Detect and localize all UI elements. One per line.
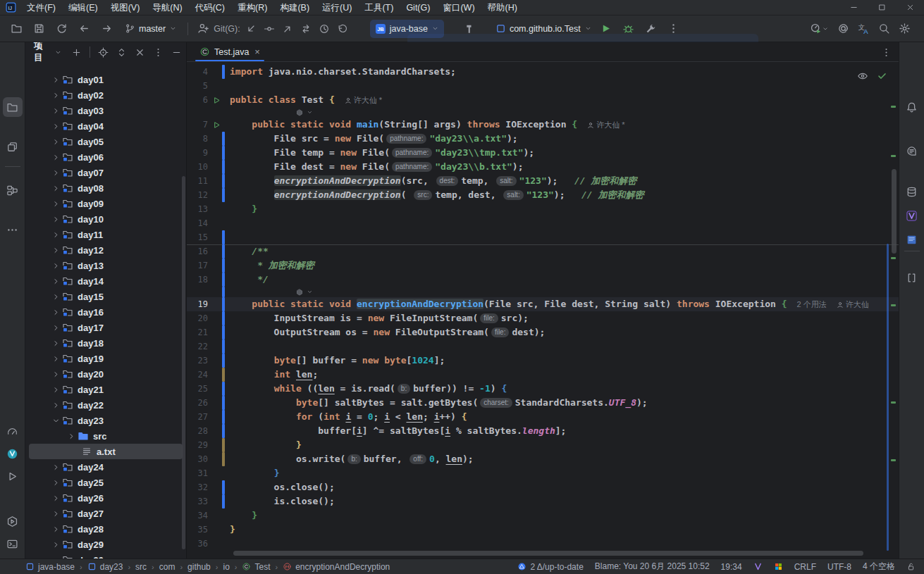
tree-item-day16[interactable]: day16 (29, 304, 183, 320)
tabbar-more-icon[interactable] (881, 46, 892, 58)
tree-item-day25[interactable]: day25 (29, 475, 183, 490)
editor-windows-toolwindow[interactable] (3, 137, 23, 156)
encoding-status[interactable]: UTF-8 (827, 562, 851, 572)
chevron-right-icon[interactable] (50, 401, 62, 410)
services-toolwindow[interactable] (3, 511, 23, 531)
tree-item-day26[interactable]: day26 (29, 490, 183, 506)
menu-item-9[interactable]: Git(G) (400, 0, 436, 15)
tree-item-day24[interactable]: day24 (29, 459, 183, 475)
tree-item-day15[interactable]: day15 (29, 289, 183, 304)
tree-scrollbar[interactable] (182, 176, 185, 549)
chevron-down-icon[interactable] (50, 416, 62, 425)
database-toolwindow[interactable] (902, 182, 922, 201)
forward-arrow-icon[interactable] (97, 20, 116, 38)
tree-item-day14[interactable]: day14 (29, 273, 183, 289)
tree-item-day02[interactable]: day02 (29, 87, 183, 103)
chevron-right-icon[interactable] (50, 339, 62, 348)
tree-item-day09[interactable]: day09 (29, 196, 183, 211)
menu-item-1[interactable]: 编辑(E) (62, 0, 104, 15)
tree-item-day13[interactable]: day13 (29, 258, 183, 273)
editor-area[interactable]: Test.java × 4import java.nio.charset.Sta… (187, 42, 899, 559)
eye-icon[interactable] (857, 69, 868, 82)
build-hammer-icon[interactable] (460, 20, 478, 38)
open-folder-icon[interactable] (7, 20, 25, 38)
tree-item-src[interactable]: src (29, 428, 183, 444)
menu-item-2[interactable]: 视图(V) (104, 0, 147, 15)
author-inlay[interactable]: 许大仙 (837, 300, 869, 308)
chevron-right-icon[interactable] (50, 122, 62, 131)
build-toolwindow[interactable] (3, 489, 23, 509)
search-everywhere-icon[interactable] (876, 20, 892, 38)
chevron-right-icon[interactable] (50, 75, 62, 85)
tree-item-day01[interactable]: day01 (29, 72, 183, 87)
chevron-right-icon[interactable] (50, 137, 62, 146)
breadcrumb-com[interactable]: com (159, 562, 175, 572)
menu-item-11[interactable]: 帮助(H) (481, 0, 524, 15)
chevron-right-icon[interactable] (50, 292, 62, 301)
chevron-right-icon[interactable] (50, 494, 62, 503)
plugin-v-colored[interactable] (902, 206, 922, 225)
close-button[interactable] (896, 0, 924, 15)
git-commit-icon[interactable] (260, 20, 278, 38)
blue-grid-plugin[interactable] (902, 230, 922, 249)
chevron-right-icon[interactable] (50, 246, 62, 255)
debug-button[interactable] (620, 20, 638, 38)
back-arrow-icon[interactable] (75, 20, 93, 38)
chevron-right-icon[interactable] (50, 230, 62, 239)
git-menu-label[interactable]: Git(G): (214, 24, 240, 34)
collapse-button[interactable] (135, 47, 145, 58)
chevron-right-icon[interactable] (50, 323, 62, 332)
usages-inlay[interactable]: 2 个用法 (797, 300, 827, 308)
terminal-toolwindow[interactable] (3, 534, 23, 554)
brackets-toolwindow[interactable] (902, 268, 922, 287)
chevron-right-icon[interactable] (50, 509, 62, 518)
more-toolwindows[interactable] (3, 220, 23, 239)
breadcrumb-java-base[interactable]: java-base (25, 562, 75, 572)
chevron-right-icon[interactable] (50, 184, 62, 193)
chevron-right-icon[interactable] (50, 91, 62, 100)
add-account-icon[interactable] (194, 20, 212, 38)
chevron-right-icon[interactable] (50, 261, 62, 270)
chevron-right-icon[interactable] (50, 540, 62, 549)
run-config-selector[interactable]: com.github.io.Test (491, 20, 597, 38)
chevron-right-icon[interactable] (50, 354, 62, 363)
tree-item-day08[interactable]: day08 (29, 180, 183, 196)
locate-file-button[interactable] (98, 47, 109, 58)
chevron-right-icon[interactable] (50, 478, 62, 487)
tree-item-day23[interactable]: day23 (29, 413, 183, 428)
tree-item-day17[interactable]: day17 (29, 320, 183, 335)
profiler-toolwindow[interactable] (3, 421, 23, 441)
run-toolwindow[interactable] (3, 466, 23, 486)
run-gutter-icon[interactable] (211, 118, 222, 132)
tree-item-day10[interactable]: day10 (29, 211, 183, 227)
panel-options-button[interactable] (153, 47, 164, 58)
profile-wrench-icon[interactable] (642, 20, 660, 38)
chevron-right-icon[interactable] (50, 277, 62, 286)
chevron-right-icon[interactable] (50, 215, 62, 224)
save-icon[interactable] (30, 20, 48, 38)
line-ending-status[interactable]: CRLF (794, 562, 816, 572)
chevron-down-icon[interactable] (54, 46, 62, 58)
breadcrumb-io[interactable]: io (223, 562, 229, 572)
chevron-right-icon[interactable] (50, 370, 62, 379)
more-actions-icon[interactable] (665, 20, 683, 38)
minimize-button[interactable] (839, 0, 868, 15)
breadcrumb-github[interactable]: github (187, 562, 211, 572)
breadcrumb-encryptionAndDecryption[interactable]: encryptionAndDecryption (283, 562, 390, 572)
menu-item-0[interactable]: 文件(F) (20, 0, 62, 15)
mention-icon[interactable] (835, 20, 851, 38)
tree-item-day18[interactable]: day18 (29, 335, 183, 351)
tree-item-day20[interactable]: day20 (29, 366, 183, 382)
run-button[interactable] (597, 20, 615, 38)
plugin-v-toolwindow[interactable] (3, 444, 23, 463)
horizontal-scrollbar[interactable] (233, 551, 863, 556)
tree-item-day30[interactable]: day30 (29, 552, 183, 559)
menu-item-8[interactable]: 工具(T) (358, 0, 400, 15)
chevron-right-icon[interactable] (50, 199, 62, 208)
chevron-right-icon[interactable] (50, 153, 62, 162)
color-squares-status[interactable] (774, 562, 783, 571)
sync-icon[interactable] (52, 20, 70, 38)
menu-item-5[interactable]: 重构(R) (231, 0, 273, 15)
tree-item-day04[interactable]: day04 (29, 118, 183, 134)
tree-item-day12[interactable]: day12 (29, 242, 183, 258)
